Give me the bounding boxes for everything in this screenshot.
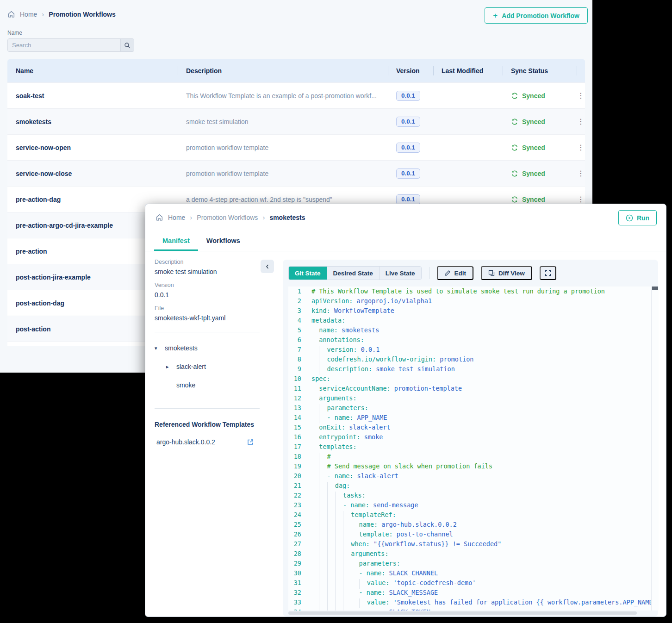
diff-view-button[interactable]: Diff View [481,266,532,280]
search-input[interactable] [8,39,120,51]
row-description: promotion workflow template [178,144,388,151]
column-header-version[interactable]: Version [388,59,433,82]
tree-item-smoke[interactable]: smoke [155,376,267,394]
row-description: a demo 4-step pre-action wf. 2nd step is… [178,196,388,203]
play-icon [626,214,633,222]
row-name[interactable]: service-now-open [7,144,178,151]
code-line: entrypoint: smoke [311,433,651,443]
code-line: templateRef: [311,511,651,521]
add-promotion-workflow-button[interactable]: + Add Promotion Workflow [485,7,588,24]
line-number: 18 [288,453,305,462]
diff-button-label: Diff View [498,270,525,277]
breadcrumb-current: smoketests [269,214,305,221]
template-tree: ▾smoketests▸slack-alertsmoke [155,339,267,394]
sync-status-label: Synced [522,144,545,151]
line-number: 3 [288,307,305,317]
code-line: - name: SLACK_CHANNEL [311,569,651,579]
code-line: name: smoketests [311,326,651,336]
code-line: spec: [311,375,651,385]
code-line: value: 'Smoketest has failed for applica… [311,598,651,608]
code-line: description: smoke test simulation [311,365,651,375]
code-line: - name: SLACK_MESSAGE [311,589,651,598]
breadcrumb-home[interactable]: Home [20,11,37,18]
code-line: template: post-to-channel [311,530,651,540]
row-menu-button[interactable]: ⋮ [577,144,585,151]
home-icon[interactable] [7,11,15,18]
tree-item-label: smoketests [165,344,198,352]
state-tab-git-state[interactable]: Git State [289,267,327,280]
table-row[interactable]: soak-testThis Workflow Template is an ex… [7,82,585,108]
edit-button[interactable]: Edit [437,266,474,280]
code-line: # Send message on slack when promotion f… [311,462,651,472]
table-header: Name Description Version Last Modified S… [7,59,585,82]
row-name[interactable]: service-now-close [7,170,178,177]
horizontal-scrollbar-thumb[interactable] [288,611,637,615]
version-value: 0.0.1 [155,291,267,299]
state-tab-desired-state[interactable]: Desired State [327,267,380,280]
table-row[interactable]: service-now-closepromotion workflow temp… [7,160,585,186]
line-number: 5 [288,326,305,336]
version-badge: 0.0.1 [396,194,420,205]
expand-icon [545,270,551,276]
horizontal-scrollbar[interactable] [288,611,651,615]
sync-arrows-icon [511,170,518,177]
modal-tabs: Manifest Workflows [145,231,666,251]
row-name[interactable]: soak-test [7,92,178,100]
chevron-right-icon: › [42,10,44,18]
caret-right-icon[interactable]: ▸ [166,364,176,370]
fullscreen-button[interactable] [540,266,556,280]
run-button[interactable]: Run [618,210,657,225]
line-number: 28 [288,550,305,560]
line-number: 6 [288,336,305,346]
divider [155,408,260,409]
search-button[interactable] [120,39,134,51]
table-row[interactable]: smoketestssmoke test simulation0.0.1Sync… [7,108,585,134]
breadcrumb-promotion-workflows[interactable]: Promotion Workflows [197,214,258,221]
chevron-right-icon: › [262,213,265,221]
tab-workflows[interactable]: Workflows [198,231,249,251]
line-number: 21 [288,482,305,492]
line-number: 7 [288,346,305,355]
code-line: templates: [311,443,651,453]
tab-manifest[interactable]: Manifest [154,231,198,251]
row-name[interactable]: smoketests [7,118,178,125]
line-number: 30 [288,569,305,579]
row-menu-button[interactable]: ⋮ [577,196,585,203]
row-menu-button[interactable]: ⋮ [577,92,585,100]
column-header-last-modified[interactable]: Last Modified [433,59,503,82]
row-name[interactable]: pre-action-dag [7,196,178,203]
version-badge: 0.0.1 [396,91,420,101]
row-menu-button[interactable]: ⋮ [577,118,585,125]
vertical-scrollbar[interactable] [651,287,659,611]
external-link-icon[interactable] [247,438,254,446]
plus-icon: + [493,12,498,19]
state-tabs: Git StateDesired StateLive State [288,266,422,280]
breadcrumb-home[interactable]: Home [168,214,185,221]
column-header-description[interactable]: Description [178,59,388,82]
sync-status-label: Synced [522,170,545,177]
tree-item-smoketests[interactable]: ▾smoketests [155,339,267,357]
screen-background: Home › Promotion Workflows + Add Promoti… [0,0,672,623]
line-number: 22 [288,492,305,501]
column-header-sync-status[interactable]: Sync Status [503,59,577,82]
code-editor[interactable]: 1234567891011121314151617181920212223242… [288,287,651,611]
referenced-template-item[interactable]: argo-hub.slack.0.0.2 [155,438,267,446]
run-button-label: Run [637,214,649,222]
state-tab-live-state[interactable]: Live State [380,267,421,280]
collapse-sidebar-button[interactable] [261,260,274,273]
sync-arrows-icon [511,118,518,125]
row-menu-button[interactable]: ⋮ [577,170,585,177]
pencil-icon [444,270,451,276]
line-number: 4 [288,317,305,326]
version-badge: 0.0.1 [396,143,420,153]
table-row[interactable]: service-now-openpromotion workflow templ… [7,134,585,160]
tree-item-label: slack-alert [176,363,206,370]
caret-down-icon[interactable]: ▾ [155,345,165,351]
vertical-scrollbar-thumb[interactable] [652,287,658,290]
home-icon[interactable] [156,214,163,221]
line-number: 23 [288,501,305,511]
tree-item-label: smoke [176,381,195,389]
column-header-name[interactable]: Name [7,59,178,82]
tree-item-slack-alert[interactable]: ▸slack-alert [155,357,267,376]
line-number: 11 [288,385,305,394]
